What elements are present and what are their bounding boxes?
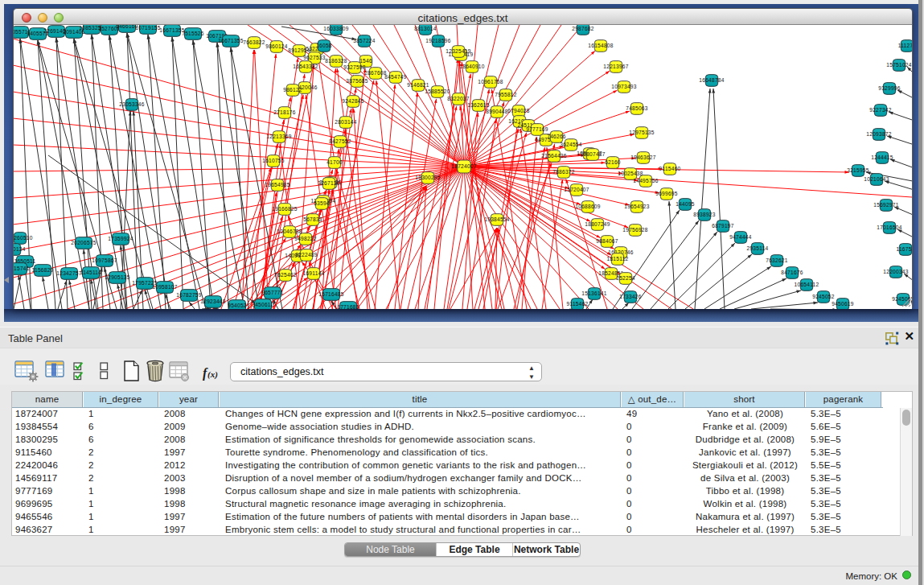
svg-text:3857224: 3857224 [353,38,376,43]
svg-text:15720407: 15720407 [564,187,589,192]
svg-text:18300295: 18300295 [415,175,440,180]
svg-text:7663822: 7663822 [243,39,265,45]
svg-text:2803144: 2803144 [335,119,357,125]
svg-text:8938923: 8938923 [693,212,716,217]
svg-text:1362615: 1362615 [467,102,490,108]
svg-text:15692971: 15692971 [873,202,898,208]
svg-text:1156829: 1156829 [32,267,54,273]
svg-text:567833: 567833 [303,216,322,222]
svg-text:9657771: 9657771 [261,290,284,295]
svg-text:14495756: 14495756 [633,178,658,183]
svg-text:9474444: 9474444 [729,234,752,240]
svg-text:1771683: 1771683 [337,304,359,309]
svg-text:1546: 1546 [359,58,372,64]
svg-text:15716485: 15716485 [318,291,343,297]
svg-text:12975135: 12975135 [629,130,654,135]
svg-text:19654985: 19654985 [265,182,290,187]
svg-text:62160: 62160 [605,159,621,165]
svg-text:9245052: 9245052 [812,294,835,299]
svg-text:20206575: 20206575 [71,240,96,245]
svg-text:16058: 16058 [316,43,332,48]
svg-text:144095: 144095 [676,201,695,207]
svg-text:2718176: 2718176 [273,109,296,115]
svg-text:12213369: 12213369 [266,134,291,139]
svg-text:8471676: 8471676 [781,270,803,275]
svg-text:1815112: 1815112 [607,256,629,262]
svg-text:10688609: 10688609 [575,204,600,209]
svg-text:10719155: 10719155 [135,25,160,31]
svg-text:116753: 116753 [896,246,912,252]
svg-text:18807249: 18807249 [585,221,610,227]
svg-text:10961758: 10961758 [478,79,503,84]
svg-text:1244415: 1244415 [871,154,893,160]
svg-text:10046788: 10046788 [277,229,302,234]
svg-text:8222489: 8222489 [295,252,318,257]
svg-text:16671355: 16671355 [159,27,184,33]
svg-text:8990448: 8990448 [486,109,508,114]
svg-text:12200343: 12200343 [883,269,908,274]
svg-text:19384554: 19384554 [484,216,509,222]
svg-text:8322037: 8322037 [447,96,470,101]
svg-text:10654112: 10654112 [795,282,819,287]
svg-text:9227342: 9227342 [869,107,892,113]
svg-text:8813014: 8813014 [414,26,437,31]
svg-text:16154808: 16154808 [588,43,613,48]
svg-text:9450612: 9450612 [252,302,274,307]
svg-text:3875685: 3875685 [346,78,368,84]
svg-text:12923448: 12923448 [200,299,225,304]
svg-text:7515526: 7515526 [182,31,204,36]
svg-text:19218596: 19218596 [425,38,450,43]
svg-text:12093872: 12093872 [866,131,891,137]
svg-text:6879197: 6879197 [712,223,734,229]
svg-text:3215955: 3215955 [847,167,869,173]
svg-text:10807487: 10807487 [580,151,605,157]
svg-text:12325419: 12325419 [446,48,470,54]
svg-text:986122: 986122 [283,87,302,93]
svg-text:7632621: 7632621 [766,257,788,263]
svg-text:10025438: 10025438 [618,171,643,176]
svg-text:10210643: 10210643 [864,176,889,182]
svg-text:21564436: 21564436 [541,153,566,159]
svg-text:2987682: 2987682 [572,26,594,31]
svg-text:17016504: 17016504 [877,225,901,230]
svg-text:9777169: 9777169 [526,126,548,132]
svg-text:15136141: 15136141 [581,290,606,296]
svg-text:23053346: 23053346 [119,101,144,107]
svg-text:16543382: 16543382 [293,64,318,69]
svg-text:19166825: 19166825 [272,206,297,212]
svg-text:8427552: 8427552 [329,138,351,144]
svg-text:7625402: 7625402 [274,272,297,278]
svg-text:2867608: 2867608 [364,70,387,76]
svg-text:7886372: 7886372 [552,169,575,175]
svg-text:9329996: 9329996 [878,85,901,91]
svg-text:16648784: 16648784 [699,77,724,83]
svg-text:7485063: 7485063 [626,105,648,111]
svg-text:7955812: 7955812 [495,92,517,97]
svg-text:9115462: 9115462 [567,301,589,307]
svg-text:53594: 53594 [314,200,330,206]
svg-text:15751024: 15751024 [886,62,911,68]
svg-text:1610755: 1610755 [262,158,285,163]
svg-text:954052: 954052 [228,303,247,308]
svg-text:252254: 252254 [616,275,635,281]
svg-text:6794028: 6794028 [507,108,530,113]
svg-text:9850134: 9850134 [14,246,26,252]
svg-text:16671355: 16671355 [218,38,243,43]
svg-text:9242845: 9242845 [342,98,364,104]
svg-text:12342757: 12342757 [56,270,81,276]
svg-text:1691144: 1691144 [303,270,325,276]
svg-text:10958107: 10958107 [152,284,177,290]
svg-text:9146821: 9146821 [407,82,429,88]
svg-text:15885520: 15885520 [425,89,450,94]
svg-text:12213967: 12213967 [603,64,628,69]
svg-text:3624554: 3624554 [560,142,582,147]
svg-text:18724007: 18724007 [451,163,476,169]
svg-text:2935114: 2935114 [747,245,769,251]
svg-text:16782759: 16782759 [176,292,201,298]
svg-text:26260510: 26260510 [14,235,33,241]
svg-text:9450619: 9450619 [832,301,854,307]
svg-text:41700: 41700 [326,159,343,165]
svg-text:8186328: 8186328 [325,58,347,64]
svg-text:16033809: 16033809 [323,26,348,31]
svg-text:10973493: 10973493 [611,84,636,89]
